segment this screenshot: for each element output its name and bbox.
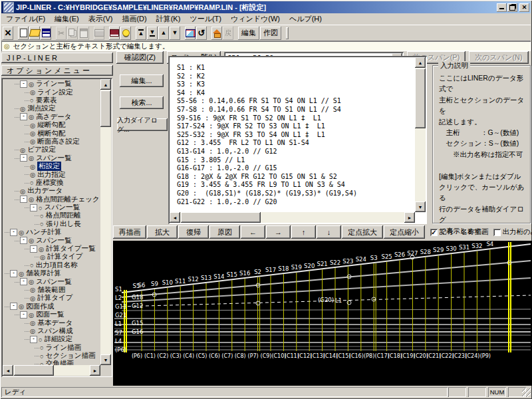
tree-item[interactable]: -◎ハンチ計算 bbox=[3, 228, 100, 236]
tree-item[interactable]: ◎ライン設定 bbox=[3, 88, 100, 96]
tree-expand-icon[interactable]: - bbox=[20, 196, 27, 203]
tree-item[interactable]: -◎格点間距離チェック bbox=[3, 195, 100, 203]
tree-hscroll-thumb[interactable] bbox=[14, 365, 54, 376]
tree-expand-icon[interactable]: - bbox=[20, 311, 27, 319]
close-button[interactable]: ✕ bbox=[519, 3, 529, 12]
pan-left-button[interactable]: ← bbox=[241, 225, 265, 239]
scroll-down-icon[interactable]: ▼ bbox=[100, 354, 111, 365]
tree-expand-icon[interactable]: - bbox=[30, 245, 37, 253]
tree-expand-icon[interactable]: - bbox=[20, 113, 27, 120]
tree-item[interactable]: ◎ピア設定 bbox=[3, 146, 100, 154]
menu-item[interactable]: 表示(V) bbox=[84, 13, 118, 25]
tree-item[interactable]: -○スパン一覧 bbox=[3, 203, 100, 211]
tree-vscroll-thumb[interactable] bbox=[100, 90, 111, 127]
move-up-button[interactable]: ▲ bbox=[158, 27, 169, 40]
girder-text-editor[interactable]: S1 : K1 S2 : K2 S3 : K3 S4 : K4 S5-S6 : … bbox=[168, 56, 427, 224]
confirm-figure-button[interactable]: 確認図(Z) bbox=[116, 51, 164, 64]
tree-item[interactable]: ○張り出し長 bbox=[3, 220, 100, 228]
tree-item[interactable]: ◎出力データ bbox=[3, 187, 100, 195]
tree-item[interactable]: ◎舗装範囲 bbox=[3, 286, 100, 294]
tree-expand-icon[interactable]: - bbox=[20, 278, 27, 285]
tree-item[interactable]: ◎基本データ bbox=[3, 319, 100, 327]
draw-mode-button[interactable]: 作図 bbox=[260, 27, 281, 40]
editor-horizontal-scrollbar[interactable]: ◄ ► bbox=[170, 212, 415, 223]
search-button[interactable]: 検索... bbox=[120, 96, 164, 109]
fixed-zoom-out-button[interactable]: 定点縮小 bbox=[384, 225, 425, 239]
draw-symbols-names-checkbox-box[interactable]: ✓ bbox=[430, 229, 438, 236]
scroll-up-icon[interactable]: ▲ bbox=[100, 79, 111, 90]
minimize-button[interactable] bbox=[497, 3, 507, 12]
input-dialog-button[interactable]: 入力ダイアログ... bbox=[117, 118, 168, 131]
view-image-button[interactable] bbox=[185, 27, 196, 40]
tree-item[interactable]: -◎舗装厚計算 bbox=[3, 269, 100, 277]
zoom-in-button[interactable]: 拡大 bbox=[147, 225, 178, 239]
manual-book-button[interactable] bbox=[109, 27, 120, 40]
edit-button[interactable]: 編集... bbox=[120, 74, 164, 87]
hint-bulb-button[interactable] bbox=[120, 27, 131, 40]
tree-item[interactable]: -◎計算タイプ一覧 bbox=[3, 245, 100, 253]
tree-item[interactable]: -◎図面作成 bbox=[3, 303, 100, 311]
redraw-button[interactable]: 再描画 bbox=[113, 225, 146, 239]
pan-up-button[interactable]: ↑ bbox=[291, 225, 316, 239]
draw-output-girder-only-checkbox[interactable]: 出力桁のみ描画 bbox=[493, 227, 532, 237]
new-file-button[interactable] bbox=[18, 27, 29, 40]
editor-hscroll-thumb[interactable] bbox=[181, 212, 261, 223]
restore-view-button[interactable]: 復帰 bbox=[178, 225, 209, 239]
home-button[interactable] bbox=[211, 27, 222, 40]
tree-expand-icon[interactable]: - bbox=[20, 237, 27, 244]
tree-item[interactable]: -◎スパン一覧 bbox=[3, 154, 100, 162]
restore-button[interactable] bbox=[507, 3, 517, 12]
tree-expand-icon[interactable]: - bbox=[20, 154, 27, 162]
sidebar-option-menu-header[interactable]: オプションメニュー bbox=[1, 65, 113, 76]
scroll-right-icon[interactable]: ► bbox=[404, 212, 415, 223]
tree-item[interactable]: -◎スパン一覧 bbox=[3, 236, 100, 244]
fixed-zoom-in-button[interactable]: 定点拡大 bbox=[342, 225, 383, 239]
tree-item[interactable]: ○出力項目名称 bbox=[3, 261, 100, 269]
menu-item[interactable]: ファイル(F) bbox=[1, 13, 50, 25]
scroll-up-icon[interactable]: ▲ bbox=[415, 57, 426, 68]
tree-item[interactable]: ◎計算タイプ bbox=[3, 294, 100, 302]
close-file-button[interactable]: ✕ bbox=[3, 27, 13, 40]
draw-output-girder-only-checkbox-box[interactable] bbox=[493, 229, 501, 236]
tree-item[interactable]: ◎横断勾配 bbox=[3, 129, 100, 137]
menu-item[interactable]: 描画(D) bbox=[117, 13, 151, 25]
scroll-left-icon[interactable]: ◄ bbox=[170, 212, 180, 223]
move-down-button[interactable]: ▼ bbox=[170, 27, 180, 40]
jump-first-button[interactable]: ▲ bbox=[136, 27, 146, 40]
tree-expand-icon[interactable]: - bbox=[10, 270, 17, 277]
tree-vertical-scrollbar[interactable]: ▲ ▼ bbox=[100, 79, 111, 365]
resize-grip[interactable] bbox=[522, 388, 531, 397]
tree-expand-icon[interactable]: - bbox=[30, 204, 37, 211]
tree-item[interactable]: -◎高さデータ bbox=[3, 113, 100, 121]
jump-last-button[interactable]: ▼ bbox=[147, 27, 158, 40]
tree-item[interactable]: ○座標変換 bbox=[3, 179, 100, 187]
menu-item[interactable]: ヘルプ(H) bbox=[285, 13, 327, 25]
scroll-down-icon[interactable]: ▼ bbox=[415, 201, 426, 212]
pan-right-button[interactable]: → bbox=[266, 225, 291, 239]
tree-horizontal-scrollbar[interactable]: ◄ ► bbox=[3, 365, 100, 376]
menu-item[interactable]: ウィンドウ(W) bbox=[226, 13, 285, 25]
tree-item[interactable]: ◎計算タイプ bbox=[3, 253, 100, 261]
tree-item[interactable]: -◎スパン一覧 bbox=[3, 277, 100, 285]
scroll-left-icon[interactable]: ◄ bbox=[3, 365, 13, 376]
tree-item[interactable]: ○格点間距離 bbox=[3, 211, 100, 219]
menu-item[interactable]: ツール(T) bbox=[185, 13, 226, 25]
tree-expand-icon[interactable]: - bbox=[30, 336, 37, 343]
scroll-right-icon[interactable]: ► bbox=[90, 365, 100, 376]
tree-item[interactable]: ○要素表 bbox=[3, 96, 100, 104]
save-file-button[interactable] bbox=[41, 27, 51, 40]
tree-item[interactable]: ○交角描画 bbox=[3, 360, 100, 365]
tree-expand-icon[interactable]: - bbox=[20, 80, 27, 88]
edit-mode-button[interactable]: 編集 bbox=[238, 27, 259, 40]
draw-symbols-names-checkbox[interactable]: ✓記号・名称描画 bbox=[430, 227, 489, 237]
refresh-rotate-button[interactable]: ↺ bbox=[196, 27, 207, 40]
bridge-plan-canvas[interactable]: S6S9S10S11S12S13S14S15S16S2S17S18S19S20S… bbox=[113, 241, 532, 386]
tree-item[interactable]: -◎ライン一覧 bbox=[3, 80, 100, 88]
tree-item[interactable]: ○セクション描画 bbox=[3, 352, 100, 360]
original-view-button[interactable]: 原図 bbox=[209, 225, 240, 239]
tree-item[interactable]: ◎出力指定 bbox=[3, 170, 100, 178]
tree-item[interactable]: ◎桁設定 bbox=[3, 162, 100, 170]
tree-expand-icon[interactable]: - bbox=[10, 229, 17, 236]
tree-item[interactable]: -◎図面一覧 bbox=[3, 311, 100, 319]
open-file-button[interactable] bbox=[29, 27, 40, 40]
